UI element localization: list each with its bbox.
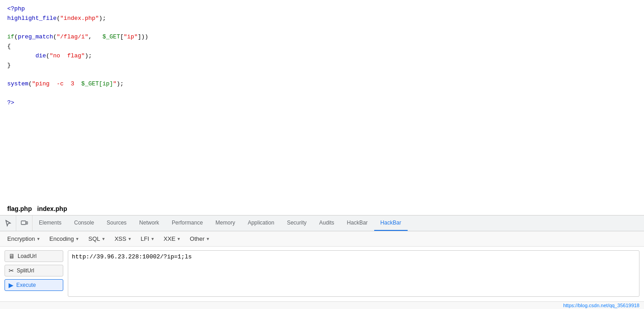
tab-security[interactable]: Security [281,215,313,231]
hackbar-url-area: Post data Referer User Agent Cookies Cle… [68,250,639,309]
devtools-tabs: Elements Console Sources Network Perform… [33,215,644,231]
menu-encoding[interactable]: Encoding ▼ [47,234,82,243]
tab-console[interactable]: Console [68,215,100,231]
tab-sources[interactable]: Sources [100,215,133,231]
encryption-caret: ▼ [36,237,40,241]
code-line-9: system("ping -c 3 $_GET[ip]"); [7,80,637,89]
status-bar: https://blog.csdn.net/qq_35619918 [0,301,644,309]
menu-other-label: Other [190,235,205,242]
lfi-caret: ▼ [150,237,155,241]
menu-lfi[interactable]: LFI ▼ [138,234,157,243]
split-url-icon: ✂ [9,267,14,274]
tab-application[interactable]: Application [241,215,281,231]
svg-rect-0 [21,221,26,225]
tab-hackbar-1[interactable]: HackBar [341,215,374,231]
cursor-icon-btn[interactable] [0,215,16,231]
devtools-bar: Elements Console Sources Network Perform… [0,215,644,231]
split-url-label: SplitUrl [17,267,34,274]
hackbar-toolbar: Encryption ▼ Encoding ▼ SQL ▼ XSS ▼ LFI … [0,231,644,247]
tab-performance[interactable]: Performance [165,215,209,231]
code-line-5: { [7,42,637,52]
xss-caret: ▼ [127,237,132,241]
code-line-3 [7,23,637,33]
xxe-caret: ▼ [177,237,181,241]
menu-encoding-label: Encoding [49,235,74,242]
menu-lfi-label: LFI [141,235,149,242]
code-line-7: } [7,61,637,70]
tab-network[interactable]: Network [133,215,165,231]
tab-elements[interactable]: Elements [33,215,68,231]
load-url-label: LoadUrl [18,253,37,259]
split-url-button[interactable]: ✂ SplitUrl [5,265,63,276]
menu-sql[interactable]: SQL ▼ [85,234,108,243]
code-line-2: highlight_file("index.php"); [7,14,637,23]
other-caret: ▼ [206,237,210,241]
menu-xss[interactable]: XSS ▼ [112,234,134,243]
hackbar-content: 🖥 LoadUrl ✂ SplitUrl ▶ Execute Post data… [0,247,644,309]
code-line-8 [7,70,637,80]
execute-label: Execute [16,282,36,288]
code-display: <?php highlight_file("index.php"); if(pr… [0,0,644,203]
file-link-flag[interactable]: flag.php [7,205,32,212]
file-links: flag.php index.php [0,203,644,215]
execute-button[interactable]: ▶ Execute [5,279,63,291]
menu-xss-label: XSS [114,235,126,242]
menu-encryption-label: Encryption [7,235,35,242]
menu-xxe[interactable]: XXE ▼ [161,234,183,243]
hackbar-buttons: 🖥 LoadUrl ✂ SplitUrl ▶ Execute [5,250,63,309]
code-line-1: <?php [7,5,637,14]
code-line-10 [7,89,637,98]
menu-sql-label: SQL [88,235,100,242]
menu-other[interactable]: Other ▼ [187,234,212,243]
execute-icon: ▶ [9,281,14,289]
status-url: https://blog.csdn.net/qq_35619918 [563,303,639,308]
sql-caret: ▼ [102,237,106,241]
svg-rect-1 [26,222,28,224]
load-url-icon: 🖥 [9,253,15,260]
file-link-index[interactable]: index.php [37,205,67,212]
menu-xxe-label: XXE [164,235,175,242]
code-line-11: ?> [7,98,637,108]
code-line-4: if(preg_match("/flag/i", $_GET["ip"])) [7,33,637,42]
encoding-caret: ▼ [75,237,80,241]
load-url-button[interactable]: 🖥 LoadUrl [5,250,63,262]
menu-encryption[interactable]: Encryption ▼ [5,234,43,243]
tab-audits[interactable]: Audits [313,215,340,231]
code-line-6: die("no flag"); [7,52,637,61]
device-icon-btn[interactable] [16,215,33,231]
url-input[interactable] [68,250,639,297]
tab-memory[interactable]: Memory [209,215,241,231]
tab-hackbar-2[interactable]: HackBar [374,215,408,231]
